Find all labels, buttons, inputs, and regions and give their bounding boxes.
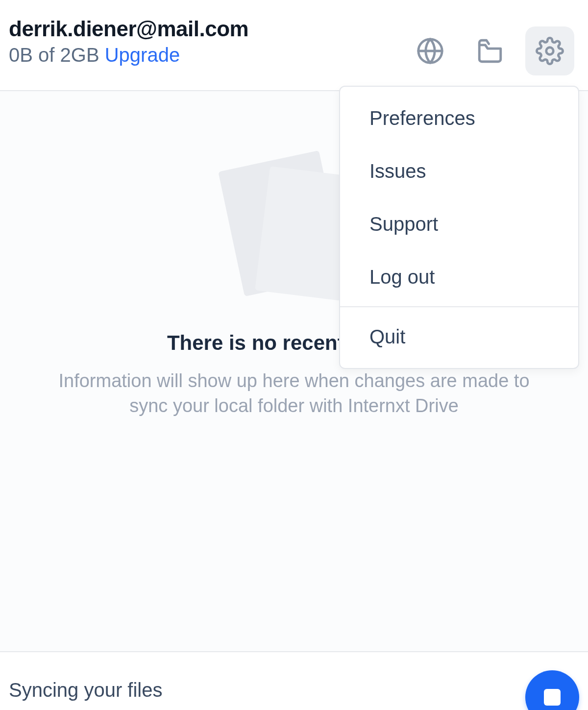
menu-item-support[interactable]: Support (340, 197, 578, 250)
footer: Syncing your files (0, 651, 588, 710)
storage-used: 0B (9, 44, 33, 66)
menu-divider (340, 306, 578, 307)
storage-line: 0B of 2GB Upgrade (9, 44, 248, 66)
menu-item-logout[interactable]: Log out (340, 250, 578, 303)
empty-state-description: Information will show up here when chang… (20, 368, 568, 419)
account-email: derrik.diener@mail.com (9, 17, 248, 41)
menu-item-issues[interactable]: Issues (340, 145, 578, 197)
globe-button[interactable] (406, 26, 455, 75)
menu-item-preferences[interactable]: Preferences (340, 92, 578, 145)
header-icon-group (406, 26, 574, 75)
upgrade-link[interactable]: Upgrade (105, 44, 180, 66)
globe-icon (416, 37, 444, 65)
settings-button[interactable] (525, 26, 574, 75)
svg-point-2 (546, 48, 554, 55)
storage-of-text: of (38, 44, 54, 66)
header: derrik.diener@mail.com 0B of 2GB Upgrade (0, 0, 588, 91)
menu-item-quit[interactable]: Quit (340, 310, 578, 363)
stop-sync-button[interactable] (525, 670, 579, 710)
storage-total-text: 2GB (60, 44, 99, 66)
gear-icon (536, 37, 564, 65)
app-window: derrik.diener@mail.com 0B of 2GB Upgrade (0, 0, 588, 710)
sync-status-text: Syncing your files (9, 679, 162, 701)
settings-dropdown: Preferences Issues Support Log out Quit (339, 86, 579, 369)
folder-button[interactable] (466, 26, 514, 75)
stop-icon (544, 689, 561, 706)
account-info: derrik.diener@mail.com 0B of 2GB Upgrade (9, 17, 248, 66)
folder-icon (476, 37, 504, 65)
